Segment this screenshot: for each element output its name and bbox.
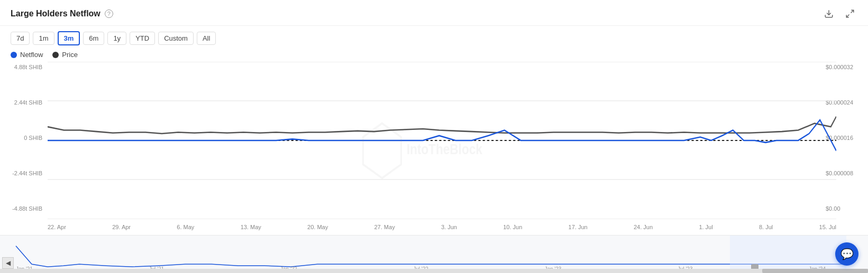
minimap-scrollbar-thumb[interactable] (762, 269, 868, 273)
y-left-3: -2.44t SHIB (0, 170, 42, 176)
legend: Netflow Price (0, 49, 868, 62)
header-right (821, 6, 857, 21)
chat-icon: 💬 (840, 248, 854, 260)
netflow-label: Netflow (20, 51, 43, 59)
y-left-4: -4.88t SHIB (0, 205, 42, 212)
y-left-0: 4.88t SHIB (0, 64, 42, 70)
minimap[interactable]: Jan '21 Jul '21 Jan '22 Jul '22 Jan '23 … (0, 235, 868, 273)
svg-rect-12 (730, 236, 846, 269)
price-label: Price (62, 51, 78, 59)
svg-line-2 (846, 15, 849, 17)
chart-svg-container: IntoTheBlock (48, 62, 836, 219)
help-icon[interactable]: ? (105, 10, 113, 18)
main-chart-svg: IntoTheBlock (48, 62, 836, 219)
btn-3m[interactable]: 3m (58, 31, 80, 45)
btn-6m[interactable]: 6m (83, 32, 104, 45)
x-label-9: 24. Jun (634, 224, 653, 230)
minimap-scrollbar[interactable] (0, 269, 868, 273)
download-button[interactable] (821, 6, 836, 21)
x-label-6: 3. Jun (441, 224, 457, 230)
x-label-11: 8. Jul (759, 224, 773, 230)
x-label-3: 13. May (241, 224, 261, 230)
btn-7d[interactable]: 7d (11, 32, 30, 45)
expand-button[interactable] (843, 6, 857, 21)
legend-netflow: Netflow (11, 51, 43, 59)
netflow-dot (11, 52, 17, 58)
x-label-8: 17. Jun (569, 224, 588, 230)
x-label-2: 6. May (177, 224, 194, 230)
y-left-1: 2.44t SHIB (0, 99, 42, 106)
x-label-0: 22. Apr (48, 224, 66, 230)
page-title: Large Holders Netflow (11, 9, 100, 18)
chart-section: 4.88t SHIB 2.44t SHIB 0 SHIB -2.44t SHIB… (0, 62, 868, 235)
svg-line-1 (851, 10, 854, 13)
y-left-2: 0 SHIB (0, 135, 42, 141)
x-label-12: 15. Jul (819, 224, 836, 230)
legend-price: Price (52, 51, 78, 59)
header-left: Large Holders Netflow ? (11, 9, 113, 18)
svg-text:IntoTheBlock: IntoTheBlock (407, 140, 483, 157)
header: Large Holders Netflow ? (0, 0, 868, 26)
x-label-7: 10. Jun (503, 224, 522, 230)
toolbar: 7d 1m 3m 6m 1y YTD Custom All (0, 26, 868, 49)
btn-1m[interactable]: 1m (33, 32, 54, 45)
x-label-10: 1. Jul (699, 224, 712, 230)
btn-1y[interactable]: 1y (107, 32, 126, 45)
x-label-1: 29. Apr (112, 224, 131, 230)
chat-button[interactable]: 💬 (835, 242, 858, 266)
x-label-5: 27. May (374, 224, 395, 230)
x-label-4: 20. May (307, 224, 328, 230)
btn-ytd[interactable]: YTD (130, 32, 155, 45)
x-axis: 22. Apr 29. Apr 6. May 13. May 20. May 2… (48, 219, 836, 235)
btn-custom[interactable]: Custom (158, 32, 194, 45)
price-dot (52, 52, 59, 58)
y-axis-left: 4.88t SHIB 2.44t SHIB 0 SHIB -2.44t SHIB… (0, 62, 47, 214)
btn-all[interactable]: All (197, 32, 216, 45)
main-container: Large Holders Netflow ? (0, 0, 868, 273)
scroll-left-button[interactable]: ◀ (2, 257, 14, 269)
